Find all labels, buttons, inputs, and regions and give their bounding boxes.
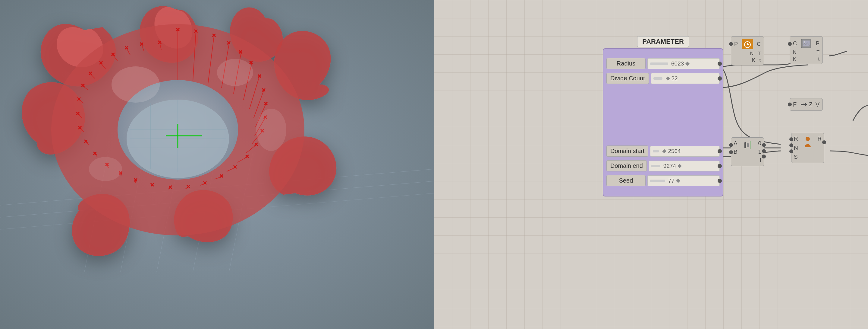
divide-count-label: Divide Count [607, 73, 649, 84]
domain-end-slider[interactable]: 9274 [649, 161, 720, 171]
svg-rect-131 [803, 40, 810, 47]
fzv-icon-area: Z [800, 100, 812, 109]
fzv-port-v: V [815, 101, 819, 108]
seed-value: 77 [668, 177, 675, 184]
radius-output-connector[interactable] [718, 61, 722, 66]
domain-end-diamond [678, 164, 682, 168]
image-node[interactable]: C P N T K t [789, 36, 823, 64]
domain-start-value: 2564 [668, 148, 681, 155]
seed-diamond [676, 179, 680, 183]
timer-port-c: C [757, 41, 761, 47]
output-port-n: N [794, 144, 798, 151]
output-input-s-connector[interactable] [789, 149, 793, 153]
domain-end-track [651, 165, 660, 167]
timer-node[interactable]: P C N T K t [731, 36, 764, 65]
divide-count-track [653, 77, 662, 80]
domain-end-row: Domain end 9274 [607, 160, 720, 171]
divide-count-output-connector[interactable] [718, 76, 722, 81]
domain-end-label: Domain end [607, 160, 647, 171]
timer-port-n: N [750, 51, 754, 56]
radius-track [650, 62, 668, 65]
output-input-r-connector[interactable] [789, 137, 793, 141]
img-port-c-in: C [793, 40, 797, 47]
output-port-r-out: R [817, 136, 822, 142]
domain-start-track [653, 150, 659, 153]
divide-count-row: Divide Count 22 [607, 73, 720, 84]
radius-row: Radius 6023 [607, 58, 720, 69]
divide-count-diamond [665, 76, 670, 80]
node-editor: .wire { fill: none; stroke: #555; stroke… [434, 0, 868, 329]
seed-row: Seed 77 [607, 175, 720, 186]
domain-start-slider[interactable]: 2564 [650, 146, 720, 157]
domain-start-label: Domain start [607, 145, 648, 157]
fzv-z-label: Z [809, 101, 812, 108]
fzv-node[interactable]: F Z V [789, 98, 823, 111]
seed-label: Seed [607, 175, 646, 186]
img-port-p-out: P [816, 40, 819, 47]
svg-point-124 [256, 109, 286, 151]
range-port-a: A [734, 140, 738, 147]
output-port-s: S [794, 154, 798, 160]
divide-count-value: 22 [672, 75, 678, 82]
timer-port-p: P [734, 41, 738, 47]
fzv-input-connector[interactable] [788, 103, 792, 107]
range-input-a-connector[interactable] [729, 143, 733, 147]
output-port-r-in: R [794, 136, 798, 142]
timer-port-t2: t [760, 58, 761, 63]
output-icon [802, 136, 813, 148]
radius-diamond [685, 61, 689, 65]
output-node[interactable]: R N S R [791, 133, 824, 163]
seed-track [650, 180, 665, 182]
viewport-3d[interactable] [0, 0, 434, 329]
svg-point-137 [806, 137, 810, 141]
range-port-i: I [760, 157, 761, 164]
timer-input-connector[interactable] [729, 42, 733, 46]
img-port-k: K [793, 56, 796, 62]
parameter-group-label: PARAMETER [637, 36, 689, 47]
domain-end-value: 9274 [663, 163, 676, 169]
timer-port-t: T [758, 51, 761, 56]
seed-output-connector[interactable] [718, 179, 722, 183]
range-port-1: 1 [758, 148, 761, 155]
fzv-port-f: F [793, 101, 797, 108]
domain-start-output-connector[interactable] [718, 149, 722, 153]
range-port-b: B [734, 148, 738, 155]
range-icon [744, 141, 751, 149]
image-icon [801, 39, 811, 48]
timer-port-k: K [752, 58, 755, 63]
range-output-i-connector[interactable] [762, 155, 766, 159]
timer-icon [742, 39, 753, 49]
range-node[interactable]: A B 0 1 I [731, 137, 764, 166]
img-input-connector[interactable] [788, 42, 792, 46]
range-input-b-connector[interactable] [729, 150, 733, 154]
range-port-0: 0 [758, 140, 761, 147]
img-port-t2: t [818, 56, 819, 62]
parameter-group-node[interactable]: PARAMETER Radius 6023 Divide Count 22 [603, 48, 723, 196]
domain-start-diamond [662, 149, 666, 153]
img-port-n: N [793, 50, 797, 55]
range-output-1-connector[interactable] [762, 149, 766, 153]
domain-end-output-connector[interactable] [718, 164, 722, 168]
svg-point-122 [112, 66, 160, 103]
svg-point-123 [217, 59, 253, 86]
svg-point-125 [89, 157, 122, 181]
divide-count-slider[interactable]: 22 [651, 73, 720, 84]
group-spacer [603, 87, 723, 142]
radius-slider[interactable]: 6023 [647, 58, 720, 69]
svg-point-132 [804, 42, 805, 43]
output-output-r-connector[interactable] [822, 140, 826, 144]
domain-start-row: Domain start 2564 [607, 145, 720, 157]
range-output-0-connector[interactable] [762, 143, 766, 147]
output-input-n-connector[interactable] [789, 143, 793, 147]
radius-value: 6023 [671, 60, 684, 67]
seed-slider[interactable]: 77 [647, 175, 720, 186]
radius-label: Radius [607, 58, 646, 69]
img-port-t: T [816, 50, 819, 55]
